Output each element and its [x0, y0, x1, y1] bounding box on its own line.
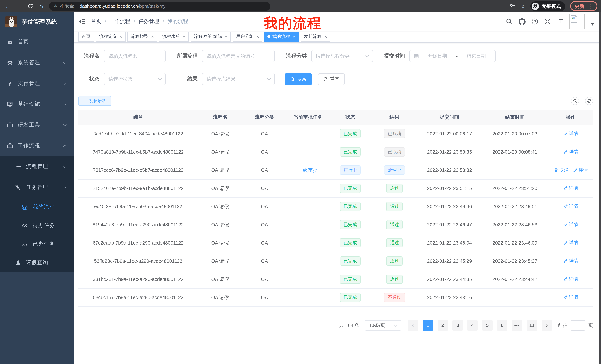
tab-close-icon[interactable]: × [183, 34, 185, 39]
tab-view[interactable]: 流程表单× [159, 32, 189, 41]
sidebar-item[interactable]: 研发工具 [0, 115, 74, 135]
action-detail-link[interactable]: 详情 [563, 294, 578, 301]
user-icon [14, 260, 21, 266]
tab-close-icon[interactable]: × [324, 34, 327, 39]
home-icon[interactable]: ⌂ [36, 1, 46, 11]
avatar-dropdown-icon[interactable] [591, 23, 594, 26]
page-button[interactable]: 4 [467, 320, 478, 330]
cell-submit-time: 2022-01-22 23:53:32 [418, 161, 481, 179]
create-process-button[interactable]: 发起流程 [78, 96, 111, 106]
action-detail-link[interactable]: 详情 [573, 167, 588, 173]
tab-view[interactable]: 用户分组× [232, 32, 262, 41]
tab-view[interactable]: 首页 [78, 32, 94, 41]
definition-input[interactable] [202, 50, 275, 62]
reset-button[interactable]: 重置 [318, 73, 345, 85]
sidebar-item[interactable]: 请假查询 [0, 253, 74, 272]
page-button[interactable]: 5 [482, 320, 492, 330]
tab-view[interactable]: 流程表单-编辑× [190, 32, 231, 41]
tab-close-icon[interactable]: × [256, 34, 259, 39]
sidebar-item[interactable]: 任务管理 [0, 177, 74, 198]
github-icon[interactable] [519, 18, 526, 25]
sidebar-item[interactable]: 基础设施 [0, 94, 74, 115]
page-button[interactable]: 1 [423, 320, 433, 330]
sidebar-item[interactable]: 待办任务 [0, 216, 74, 235]
cell-actions: 详情 [548, 234, 593, 252]
more-pages-button[interactable]: ••• [512, 320, 522, 330]
browser-actions: ☆ 无痕模式 更新 ⋮ [510, 1, 597, 11]
tab-view[interactable]: 流程模型× [127, 32, 157, 41]
cell-status: 已完成 [329, 252, 371, 270]
breadcrumb-item[interactable]: 首页 [91, 18, 101, 25]
page-button[interactable]: 11 [527, 320, 537, 330]
action-detail-link[interactable]: 详情 [563, 276, 578, 282]
sidebar-item[interactable]: 我的流程 [0, 198, 74, 216]
result-badge: 通过 [386, 256, 403, 266]
search-icon[interactable] [506, 18, 513, 25]
cell-id: 7470a810-7b9b-11ec-b5b7-acde48001122 [78, 143, 198, 161]
sidebar-item[interactable]: ¥支付管理 [0, 73, 74, 94]
process-name-input[interactable] [104, 50, 166, 62]
hamburger-icon[interactable] [79, 19, 85, 25]
forward-icon[interactable]: → [14, 1, 24, 11]
browser-scrollbar[interactable] [599, 12, 601, 364]
result-select[interactable]: 请选择流结果 [202, 73, 275, 85]
tab-close-icon[interactable]: × [120, 34, 122, 39]
prev-page-button[interactable]: ‹ [408, 320, 418, 330]
action-detail-link[interactable]: 详情 [563, 149, 578, 155]
font-size-icon[interactable]: TT [557, 18, 563, 25]
tab-close-icon[interactable]: × [225, 34, 227, 39]
action-detail-link[interactable]: 详情 [563, 221, 578, 228]
key-icon[interactable] [510, 2, 516, 10]
tab-close-icon[interactable]: × [151, 34, 154, 39]
tab-view[interactable]: 发起流程× [300, 32, 330, 41]
main-panel: 首页/工作流程/任务管理/我的流程 我的流程 TT [74, 12, 601, 364]
tab-view[interactable]: 我的流程× [264, 32, 299, 41]
sidebar-item[interactable]: 系统管理 [0, 52, 74, 73]
tab-close-icon[interactable]: × [293, 34, 295, 39]
address-bar[interactable]: ⚠ 不安全 dashboard.yudao.iocoder.cn/bpm/tas… [49, 2, 270, 10]
bookmark-star-icon[interactable]: ☆ [521, 3, 526, 10]
browser-menu-icon[interactable]: ⋮ [588, 3, 593, 9]
submit-time-range-picker[interactable]: 开始日期 - 结束日期 [409, 50, 496, 62]
current-task-link[interactable]: 一级审批 [298, 167, 318, 173]
goto-page-input[interactable] [571, 320, 585, 330]
fullscreen-icon[interactable] [544, 18, 551, 25]
action-detail-link[interactable]: 详情 [563, 240, 578, 246]
sidebar-item[interactable]: 流程管理 [0, 156, 74, 177]
cell-current-task [287, 197, 329, 216]
breadcrumb-item[interactable]: 任务管理 [139, 18, 159, 25]
tab-view[interactable]: 流程定义× [96, 32, 126, 41]
back-icon[interactable]: ← [3, 1, 13, 11]
eye-closed-icon [21, 241, 28, 247]
cell-current-task [287, 252, 329, 270]
next-page-button[interactable]: › [541, 320, 552, 330]
category-select[interactable]: 请选择流程分类 [311, 50, 373, 62]
action-detail-link[interactable]: 详情 [563, 131, 578, 137]
app-logo[interactable]: 芋道管理系统 [0, 12, 74, 31]
cell-submit-time: 2022-01-22 23:46:47 [418, 216, 481, 234]
action-detail-link[interactable]: 详情 [563, 258, 578, 264]
cell-category: OA [242, 288, 287, 307]
sidebar-item[interactable]: 首页 [0, 31, 74, 52]
sidebar-item[interactable]: 工作流程 [0, 135, 74, 156]
page-button[interactable]: 2 [438, 320, 448, 330]
avatar[interactable] [570, 14, 585, 29]
briefcase-icon [6, 143, 13, 149]
search-button[interactable]: 搜索 [285, 73, 312, 85]
page-button[interactable]: 6 [497, 320, 507, 330]
help-icon[interactable] [531, 18, 538, 25]
toggle-search-button[interactable] [571, 97, 579, 105]
action-cancel-link[interactable]: 取消 [554, 167, 569, 173]
breadcrumb-item[interactable]: 工作流程 [110, 18, 130, 25]
chrome-update-button[interactable]: 更新 ⋮ [570, 1, 597, 11]
page-size-select[interactable]: 10条/页 [365, 320, 401, 330]
sidebar-item[interactable]: 已办任务 [0, 235, 74, 253]
action-detail-link[interactable]: 详情 [563, 203, 578, 210]
action-detail-link[interactable]: 详情 [563, 185, 578, 192]
status-select[interactable]: 请选择状态 [104, 73, 166, 85]
reload-icon[interactable] [25, 1, 35, 11]
page-button[interactable]: 3 [452, 320, 463, 330]
refresh-table-button[interactable] [585, 97, 593, 105]
yen-icon: ¥ [6, 81, 13, 86]
row-actions: 详情 [563, 258, 578, 264]
